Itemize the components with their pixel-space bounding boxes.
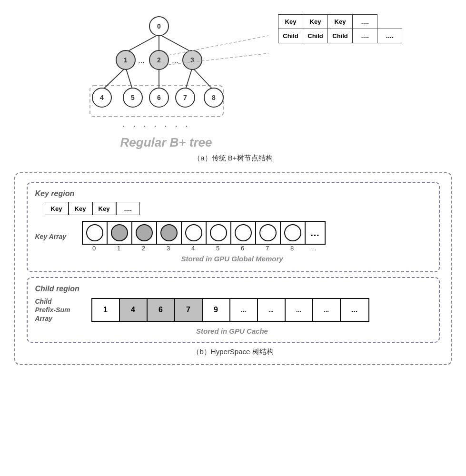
svg-line-7 — [185, 68, 192, 90]
prefix-cell-d5: ... — [341, 299, 368, 321]
prefix-cell-9: 9 — [203, 299, 230, 321]
key-cell-dots: …. — [353, 15, 377, 29]
svg-text:1: 1 — [124, 56, 128, 64]
key-child-table: Key Key Key …. Child Child Child …. …. — [278, 14, 402, 43]
child-region-label: Child region — [35, 285, 429, 293]
key-region-block: Key region Key Key Key …. Key Array — [27, 182, 440, 272]
svg-line-8 — [192, 68, 214, 90]
child-cell-dots2: …. — [377, 29, 402, 43]
svg-text:...: ... — [138, 56, 144, 64]
svg-text:8: 8 — [212, 94, 216, 101]
key-cell-2: Key — [303, 15, 328, 29]
svg-text:6: 6 — [157, 94, 161, 101]
bottom-section: Key region Key Key Key …. Key Array — [14, 172, 452, 365]
small-key-2: Key — [69, 202, 92, 215]
index-dots: ... — [305, 245, 324, 252]
svg-text:...: ... — [172, 56, 178, 64]
top-section: 0 1 ... 2 ... 3 4 — [10, 10, 456, 168]
index-5: 5 — [206, 245, 230, 252]
circle-0 — [83, 222, 108, 244]
prefix-cell-d3: ... — [286, 299, 313, 321]
svg-text:4: 4 — [100, 94, 104, 101]
index-7: 7 — [255, 245, 280, 252]
prefix-label: ChildPrefix-Sum Array — [35, 297, 88, 323]
node-structure-table: Key Key Key …. Child Child Child …. …. — [278, 14, 402, 43]
circle-8 — [281, 222, 306, 244]
key-cell-3: Key — [328, 15, 353, 29]
svg-line-30 — [169, 36, 268, 55]
child-cell-2: Child — [303, 29, 328, 43]
caption-b: （b）HyperSpace 树结构 — [27, 347, 440, 357]
tree-and-node: 0 1 ... 2 ... 3 4 — [10, 10, 456, 150]
svg-text:0: 0 — [157, 22, 161, 30]
prefix-cell-d2: ... — [258, 299, 286, 321]
index-6: 6 — [230, 245, 255, 252]
prefix-cell-6: 6 — [148, 299, 175, 321]
index-4: 4 — [181, 245, 206, 252]
circle-7 — [256, 222, 281, 244]
circle-1 — [108, 222, 132, 244]
tree-diagram: 0 1 ... 2 ... 3 4 — [64, 10, 264, 150]
svg-text:3: 3 — [190, 56, 194, 64]
svg-text:· · · · · · ·: · · · · · · · — [122, 121, 190, 130]
prefix-cell-d4: ... — [313, 299, 341, 321]
gpu-cache-label: Stored in GPU Cache — [35, 327, 429, 335]
prefix-cell-7: 7 — [175, 299, 203, 321]
index-2: 2 — [131, 245, 156, 252]
svg-line-3 — [159, 34, 192, 52]
index-3: 3 — [156, 245, 181, 252]
svg-text:7: 7 — [183, 94, 187, 101]
child-cell-1: Child — [278, 29, 303, 43]
child-cell-dots1: …. — [353, 29, 377, 43]
index-1: 1 — [107, 245, 131, 252]
key-array-row: Key Array … 0 — [35, 221, 429, 252]
svg-line-4 — [102, 68, 126, 90]
svg-text:2: 2 — [157, 56, 161, 64]
svg-text:5: 5 — [131, 94, 135, 101]
circle-6 — [231, 222, 256, 244]
prefix-cell-1: 1 — [92, 299, 120, 321]
child-region-block: Child region ChildPrefix-Sum Array 1 4 6… — [27, 277, 440, 343]
key-region-label: Key region — [35, 189, 429, 198]
circles-row: … — [82, 221, 326, 245]
caption-a: （a）传统 B+树节点结构 — [193, 154, 272, 163]
circle-4 — [182, 222, 207, 244]
prefix-cell-d1: ... — [230, 299, 258, 321]
key-array-label: Key Array — [35, 233, 78, 240]
gpu-global-label: Stored in GPU Global Memory — [35, 255, 429, 263]
index-8: 8 — [280, 245, 305, 252]
svg-line-1 — [126, 34, 159, 52]
prefix-cells-row: 1 4 6 7 9 ... ... ... ... ... — [91, 298, 369, 322]
circle-2 — [132, 222, 157, 244]
small-key-1: Key — [45, 202, 69, 215]
circle-3 — [157, 222, 182, 244]
child-cell-3: Child — [328, 29, 353, 43]
prefix-cells-container: 1 4 6 7 9 ... ... ... ... ... — [91, 298, 369, 322]
page: 0 1 ... 2 ... 3 4 — [0, 0, 466, 476]
key-cell-1: Key — [278, 15, 303, 29]
circle-5 — [207, 222, 231, 244]
small-key-dots: …. — [116, 202, 140, 215]
prefix-cell-4: 4 — [120, 299, 148, 321]
index-0: 0 — [82, 245, 107, 252]
circles-container: … 0 1 2 3 4 5 6 7 8 ... — [82, 221, 326, 252]
circle-ellipsis: … — [306, 222, 325, 244]
svg-line-5 — [126, 68, 133, 90]
prefix-array-row: ChildPrefix-Sum Array 1 4 6 7 9 ... ... … — [35, 297, 429, 323]
circles-indices: 0 1 2 3 4 5 6 7 8 ... — [82, 245, 326, 252]
small-key-3: Key — [92, 202, 116, 215]
